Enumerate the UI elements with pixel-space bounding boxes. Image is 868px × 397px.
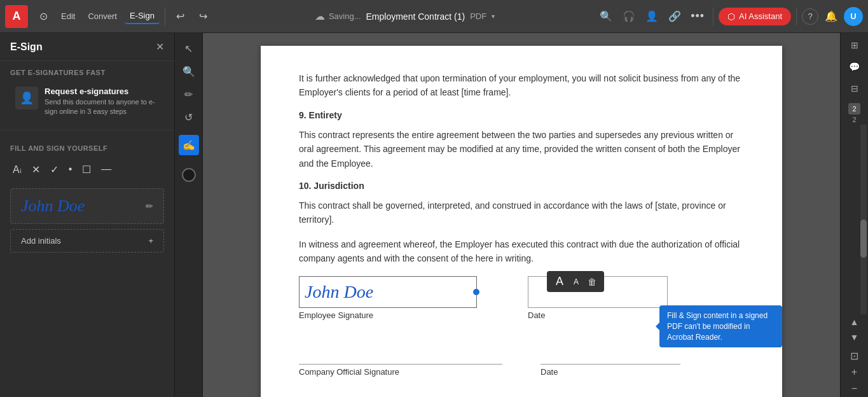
shape-tool-button[interactable]: ↺ bbox=[179, 107, 199, 127]
zoom-controls: ⊡ + − bbox=[845, 347, 864, 397]
check-tool-button[interactable]: ✓ bbox=[48, 161, 61, 178]
help-button[interactable]: ? bbox=[802, 8, 818, 25]
employee-signature-box[interactable]: John Doe bbox=[299, 276, 477, 308]
toolbar-right: 🔍 🎧 👤 🔗 ••• ⬡ AI Assistant ? 🔔 U bbox=[596, 6, 863, 27]
get-signatures-label: GET E-SIGNATURES FAST bbox=[0, 61, 174, 80]
saving-label: Saving... bbox=[329, 11, 361, 21]
section9-text: This contract represents the entire agre… bbox=[299, 128, 744, 171]
audio-button[interactable]: 🎧 bbox=[619, 6, 639, 27]
page-count: 2 bbox=[852, 115, 856, 125]
signature-resize-handle[interactable] bbox=[473, 289, 479, 295]
fill-sign-section: FILL AND SIGN YOURSELF Aᵢ ✕ ✓ • ☐ — John… bbox=[0, 137, 174, 253]
tooltip-text: Fill & Sign content in a signed PDF can'… bbox=[667, 311, 768, 342]
increase-font-button[interactable]: A bbox=[552, 274, 567, 289]
paragraph-non-solicit: It is further acknowledged that upon ter… bbox=[299, 71, 744, 100]
cross-tool-button[interactable]: ✕ bbox=[29, 161, 43, 178]
line-tool-button[interactable]: — bbox=[99, 161, 114, 178]
convert-menu-button[interactable]: Convert bbox=[83, 9, 122, 24]
link-button[interactable]: 🔗 bbox=[665, 6, 685, 27]
dot-tool-button[interactable]: • bbox=[66, 161, 75, 178]
employee-signature-field: John Doe Employee Signature bbox=[299, 276, 490, 320]
fill-tool-button[interactable]: ✍ bbox=[179, 135, 199, 155]
more-button[interactable]: ••• bbox=[687, 6, 708, 27]
right-panel-grid-button[interactable]: ⊟ bbox=[845, 79, 864, 98]
delete-text-button[interactable]: 🗑 bbox=[585, 275, 599, 288]
scroll-up-button[interactable]: ▲ bbox=[841, 314, 868, 330]
request-esign-icon: 👤 bbox=[15, 87, 38, 109]
ai-assistant-button[interactable]: ⬡ AI Assistant bbox=[719, 8, 791, 25]
draw-tool-button[interactable]: ✏ bbox=[179, 84, 199, 104]
esign-panel-close-button[interactable]: ✕ bbox=[156, 41, 164, 53]
toolbar-center: ☁ Saving... Employment Contract (1) PDF … bbox=[216, 10, 593, 22]
zoom-in-button[interactable]: + bbox=[845, 364, 864, 380]
esign-menu-button[interactable]: E-Sign bbox=[125, 8, 160, 24]
vertical-toolbar: ↖ 🔍 ✏ ↺ ✍ bbox=[175, 33, 203, 397]
employee-signature-value: John Doe bbox=[305, 282, 373, 302]
section9-title: 9. Entirety bbox=[299, 110, 744, 120]
right-panel-comment-button[interactable]: 💬 bbox=[845, 57, 864, 76]
page-number-indicator: 2 bbox=[848, 103, 860, 115]
scroll-track bbox=[860, 125, 867, 314]
fill-sign-label: FILL AND SIGN YOURSELF bbox=[10, 137, 164, 156]
request-esign-card[interactable]: 👤 Request e-signatures Send this documen… bbox=[8, 80, 167, 123]
fill-sign-tools: Aᵢ ✕ ✓ • ☐ — bbox=[10, 156, 164, 183]
section10-title: 10. Jurisdiction bbox=[299, 181, 744, 191]
esign-panel-title: E-Sign bbox=[10, 41, 43, 53]
right-panel: ⊞ 💬 ⊟ 2 2 ▲ ▼ ⊡ + − bbox=[840, 33, 868, 397]
notifications-button[interactable]: 🔔 bbox=[821, 6, 841, 27]
search-button[interactable]: 🔍 bbox=[596, 6, 616, 27]
text-tool-button[interactable]: Aᵢ bbox=[10, 161, 24, 178]
decrease-font-button[interactable]: A bbox=[570, 276, 582, 288]
cloud-icon: ☁ bbox=[315, 10, 325, 22]
recent-files-button[interactable]: ⊙ bbox=[33, 6, 53, 27]
user-avatar[interactable]: U bbox=[844, 7, 863, 26]
employee-signature-label: Employee Signature bbox=[299, 310, 490, 320]
document-type: PDF bbox=[470, 11, 486, 21]
main-toolbar: A ⊙ Edit Convert E-Sign ↩ ↪ ☁ Saving... … bbox=[0, 0, 868, 33]
request-esign-title: Request e-signatures bbox=[45, 87, 159, 96]
text-size-toolbar: A A 🗑 bbox=[547, 271, 604, 292]
toolbar-divider-1 bbox=[165, 8, 165, 25]
date-label-2: Date bbox=[541, 367, 731, 377]
edit-signature-icon[interactable]: ✏ bbox=[146, 201, 153, 211]
saving-indicator: ☁ Saving... bbox=[315, 10, 361, 22]
scroll-thumb[interactable] bbox=[860, 219, 867, 258]
ai-icon: ⬡ bbox=[727, 11, 735, 22]
zoom-out-button[interactable]: − bbox=[845, 380, 864, 397]
toolbar-divider-2 bbox=[713, 8, 713, 25]
esign-panel: E-Sign ✕ GET E-SIGNATURES FAST 👤 Request… bbox=[0, 33, 175, 397]
zoom-tool-button[interactable]: 🔍 bbox=[179, 61, 199, 81]
ai-assistant-label: AI Assistant bbox=[739, 11, 782, 21]
edit-menu-button[interactable]: Edit bbox=[56, 9, 80, 24]
app-logo: A bbox=[5, 5, 28, 28]
esign-panel-header: E-Sign ✕ bbox=[0, 33, 174, 61]
company-signature-field: Company Official Signature bbox=[299, 339, 502, 377]
section10-text: This contract shall be governed, interpr… bbox=[299, 198, 744, 227]
document-page: It is further acknowledged that upon ter… bbox=[261, 46, 782, 397]
document-title: Employment Contract (1) bbox=[366, 11, 465, 22]
company-signature-label: Company Official Signature bbox=[299, 367, 502, 377]
undo-button[interactable]: ↩ bbox=[170, 6, 191, 27]
color-picker[interactable] bbox=[182, 168, 196, 182]
witness-text: In witness and agreement whereof, the Em… bbox=[299, 237, 744, 266]
title-dropdown-arrow[interactable]: ▾ bbox=[492, 13, 495, 20]
scroll-bar-area bbox=[841, 125, 868, 314]
account-button[interactable]: 👤 bbox=[642, 6, 662, 27]
zoom-reset-button[interactable]: ⊡ bbox=[845, 347, 864, 364]
toolbar-divider-3 bbox=[796, 8, 797, 25]
rect-tool-button[interactable]: ☐ bbox=[79, 161, 93, 178]
add-initials-label: Add initials bbox=[21, 236, 61, 246]
scroll-down-button[interactable]: ▼ bbox=[841, 330, 868, 345]
right-panel-top: ⊞ 💬 ⊟ bbox=[845, 33, 864, 101]
select-tool-button[interactable]: ↖ bbox=[179, 38, 199, 59]
add-initials-button[interactable]: Add initials + bbox=[10, 229, 164, 253]
redo-button[interactable]: ↪ bbox=[193, 6, 214, 27]
tooltip-popup: Fill & Sign content in a signed PDF can'… bbox=[659, 305, 782, 347]
document-area[interactable]: It is further acknowledged that upon ter… bbox=[203, 33, 840, 397]
signature-preview-box[interactable]: John Doe ✏ bbox=[10, 188, 164, 224]
request-esign-text: Request e-signatures Send this document … bbox=[45, 87, 159, 117]
right-panel-edit-button[interactable]: ⊞ bbox=[845, 36, 864, 55]
add-initials-plus-icon: + bbox=[148, 236, 153, 246]
company-signature-box[interactable] bbox=[299, 339, 502, 365]
sidebar-divider bbox=[0, 130, 174, 130]
